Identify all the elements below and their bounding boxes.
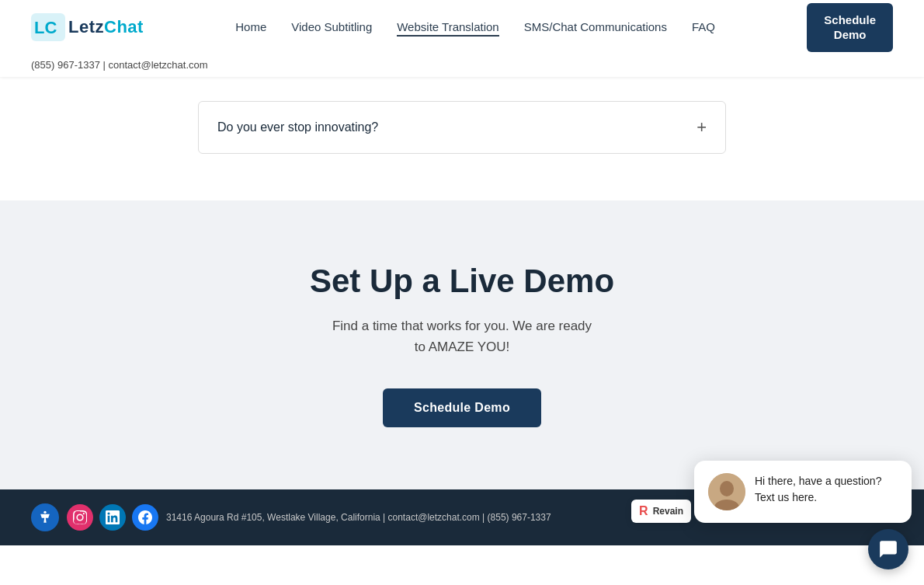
faq-question: Do you ever stop innovating? <box>217 120 378 134</box>
footer-social-links <box>67 504 158 531</box>
navbar: LC LetzChat Home Video Subtitling Websit… <box>0 0 924 77</box>
chat-bubble-icon <box>878 539 898 545</box>
svg-point-3 <box>720 481 734 496</box>
navbar-phone: (855) 967-1337 <box>31 59 100 71</box>
chat-message-text: Hi there, have a question? Text us here. <box>755 473 898 506</box>
nav-schedule-demo-button[interactable]: ScheduleDemo <box>807 3 893 52</box>
revain-r-icon: R <box>639 504 648 518</box>
logo[interactable]: LC LetzChat <box>31 13 144 41</box>
nav-home[interactable]: Home <box>235 20 266 33</box>
instagram-icon[interactable] <box>67 504 93 531</box>
nav-links: Home Video Subtitling Website Translatio… <box>235 20 715 34</box>
nav-website-translation[interactable]: Website Translation <box>397 20 498 37</box>
cta-subtitle-line2: to AMAZE YOU! <box>415 340 510 354</box>
svg-point-5 <box>43 511 46 514</box>
revain-label: Revain <box>653 506 683 517</box>
navbar-separator: | <box>103 59 109 71</box>
nav-faq[interactable]: FAQ <box>692 20 715 33</box>
logo-text: LetzChat <box>68 17 144 37</box>
cta-schedule-demo-button[interactable]: Schedule Demo <box>383 388 541 427</box>
cta-subtitle: Find a time that works for you. We are r… <box>31 315 893 357</box>
navbar-email: contact@letzchat.com <box>109 59 208 71</box>
accessibility-button[interactable] <box>31 503 59 531</box>
accessibility-icon <box>37 510 53 525</box>
linkedin-icon[interactable] <box>99 504 126 531</box>
cta-title: Set Up a Live Demo <box>31 263 893 300</box>
faq-item[interactable]: Do you ever stop innovating? + <box>198 101 726 154</box>
footer-left: 31416 Agoura Rd #105, Westlake Village, … <box>31 503 551 531</box>
faq-section: Do you ever stop innovating? + <box>167 85 757 200</box>
cta-section: Set Up a Live Demo Find a time that work… <box>0 200 924 489</box>
nav-video-subtitling[interactable]: Video Subtitling <box>291 20 372 33</box>
cta-subtitle-line1: Find a time that works for you. We are r… <box>332 319 592 333</box>
revain-badge[interactable]: R Revain <box>631 500 691 523</box>
nav-sms-chat[interactable]: SMS/Chat Communications <box>524 20 667 33</box>
navbar-contact-info: (855) 967-1337 | contact@letzchat.com <box>0 54 924 77</box>
chat-avatar <box>708 473 745 510</box>
footer-address: 31416 Agoura Rd #105, Westlake Village, … <box>166 512 551 523</box>
faq-expand-icon: + <box>696 117 707 138</box>
facebook-icon[interactable] <box>132 504 158 531</box>
svg-text:LC: LC <box>34 18 57 37</box>
chat-widget: Hi there, have a question? Text us here. <box>694 461 912 523</box>
